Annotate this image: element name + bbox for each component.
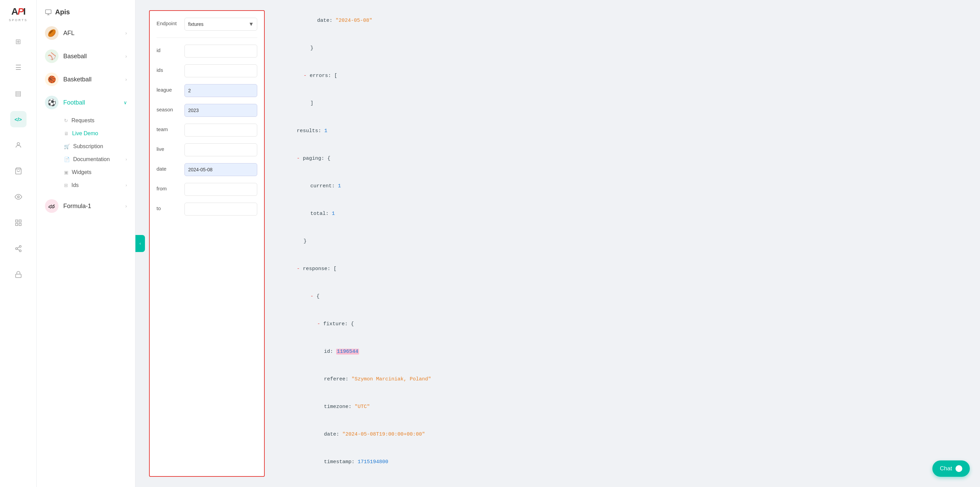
nav-item-basketball[interactable]: 🏀 Basketball › [37, 68, 135, 91]
svg-line-10 [17, 249, 19, 250]
season-row: season [156, 104, 257, 117]
requests-icon: ↻ [64, 118, 68, 123]
main-content: ‹ Endpoint fixtures fixture rounds stand… [135, 0, 980, 487]
nav-item-baseball[interactable]: ⚾ Baseball › [37, 45, 135, 68]
collapse-button[interactable]: ‹ [135, 235, 145, 252]
endpoint-row: Endpoint fixtures fixture rounds standin… [156, 18, 257, 30]
lock-icon-btn[interactable] [10, 266, 27, 283]
ids-input[interactable] [185, 64, 257, 77]
svg-rect-12 [15, 274, 21, 278]
team-row: team [156, 124, 257, 137]
eye-icon-btn[interactable] [10, 189, 27, 205]
json-fixture-id-line: id: 1196544 [278, 338, 966, 366]
json-timestamp-line: timestamp: 1715194800 [278, 448, 966, 476]
json-close-brace-1: } [278, 34, 966, 62]
json-date-line: date: "2024-05-08" [278, 7, 966, 34]
svg-point-9 [19, 250, 21, 252]
chevron-formula1: › [125, 203, 127, 209]
to-row: to [156, 203, 257, 216]
id-label: id [156, 45, 180, 53]
league-label: league [156, 84, 180, 93]
json-total-line: total: 1 [278, 200, 966, 227]
chevron-baseball: › [125, 53, 127, 59]
subnav-widgets[interactable]: ▣ Widgets [64, 166, 135, 179]
chat-button[interactable]: Chat [932, 460, 970, 477]
form-panel: Endpoint fixtures fixture rounds standin… [149, 10, 265, 477]
monitor-icon: 🖥 [64, 131, 69, 136]
from-row: from [156, 183, 257, 196]
grid-icon-btn[interactable]: ⊞ [10, 34, 27, 50]
svg-rect-4 [19, 220, 21, 222]
svg-point-7 [19, 246, 21, 247]
basket-icon-btn[interactable] [10, 163, 27, 179]
team-input[interactable] [185, 124, 257, 137]
league-input[interactable] [185, 84, 257, 97]
nav-item-afl[interactable]: 🏉 AFL › [37, 21, 135, 45]
nav-item-formula1[interactable]: 🏎 Formula-1 › [37, 195, 135, 218]
season-input[interactable] [185, 104, 257, 117]
from-input[interactable] [185, 183, 257, 196]
json-open-brace: - { [278, 283, 966, 310]
subnav-live-demo[interactable]: 🖥 Live Demo [64, 127, 135, 140]
json-response-line: - response: [ [278, 255, 966, 283]
json-close-bracket-1: ] [278, 89, 966, 117]
league-row: league [156, 84, 257, 97]
live-label: live [156, 144, 180, 152]
json-results-line: results: 1 [278, 117, 966, 145]
chevron-documentation: › [126, 157, 127, 162]
to-input[interactable] [185, 203, 257, 216]
nav-sidebar: Apis 🏉 AFL › ⚾ Baseball › 🏀 Basketball ›… [37, 0, 135, 487]
date-label: date [156, 163, 180, 172]
football-subnav: ↻ Requests 🖥 Live Demo 🛒 Subscription 📄 … [37, 114, 135, 192]
nav-label-football: Football [63, 99, 124, 106]
chevron-ids: › [126, 183, 127, 188]
nav-label-basketball: Basketball [63, 76, 125, 83]
logo: API [9, 7, 27, 16]
subscription-icon: 🛒 [64, 144, 70, 149]
nav-header: Apis [37, 5, 135, 21]
icon-sidebar: API SPORTS ⊞ ☰ ▤ </> [0, 0, 37, 487]
nav-item-football[interactable]: ⚽ Football ∨ [37, 91, 135, 114]
svg-rect-5 [15, 224, 18, 225]
code-icon-btn[interactable]: </> [10, 111, 27, 128]
subnav-subscription[interactable]: 🛒 Subscription [64, 140, 135, 153]
chat-label: Chat [940, 465, 952, 472]
live-input[interactable] [185, 144, 257, 156]
logo-sub: SPORTS [9, 18, 27, 22]
json-date2-line: date: "2024-05-08T19:00:00+00:00" [278, 421, 966, 448]
to-label: to [156, 203, 180, 211]
widgets-icon-btn[interactable] [10, 214, 27, 231]
database-icon-btn[interactable]: ▤ [10, 85, 27, 102]
list-icon-btn[interactable]: ☰ [10, 59, 27, 76]
date-input[interactable] [185, 163, 257, 176]
user-icon-btn[interactable] [10, 137, 27, 153]
id-row: id [156, 45, 257, 57]
endpoint-select[interactable]: fixtures fixture rounds standings teams … [185, 18, 257, 30]
nav-label-formula1: Formula-1 [63, 203, 125, 210]
json-timezone-line: timezone: "UTC" [278, 393, 966, 421]
date-row: date [156, 163, 257, 176]
team-label: team [156, 124, 180, 132]
svg-line-11 [17, 247, 19, 248]
svg-point-0 [17, 143, 19, 145]
nav-label-baseball: Baseball [63, 53, 125, 60]
subnav-documentation[interactable]: 📄 Documentation › [64, 153, 135, 166]
json-fixture-line: - fixture: { [278, 310, 966, 338]
svg-rect-6 [19, 224, 21, 225]
svg-point-8 [15, 247, 18, 250]
id-input[interactable] [185, 45, 257, 57]
live-row: live [156, 144, 257, 156]
svg-rect-13 [46, 10, 51, 14]
json-panel: date: "2024-05-08" } - errors: [ ] resul… [265, 0, 980, 487]
share-icon-btn[interactable] [10, 240, 27, 257]
chat-icon [956, 465, 962, 472]
subnav-ids[interactable]: ⊞ Ids › [64, 179, 135, 192]
season-label: season [156, 104, 180, 112]
subnav-requests[interactable]: ↻ Requests [64, 114, 135, 127]
json-periods-line: - periods: { [278, 476, 966, 487]
widgets-sub-icon: ▣ [64, 169, 68, 175]
chevron-afl: › [125, 30, 127, 36]
ids-row: ids [156, 64, 257, 77]
ids-icon: ⊞ [64, 182, 68, 188]
endpoint-label: Endpoint [156, 18, 180, 26]
